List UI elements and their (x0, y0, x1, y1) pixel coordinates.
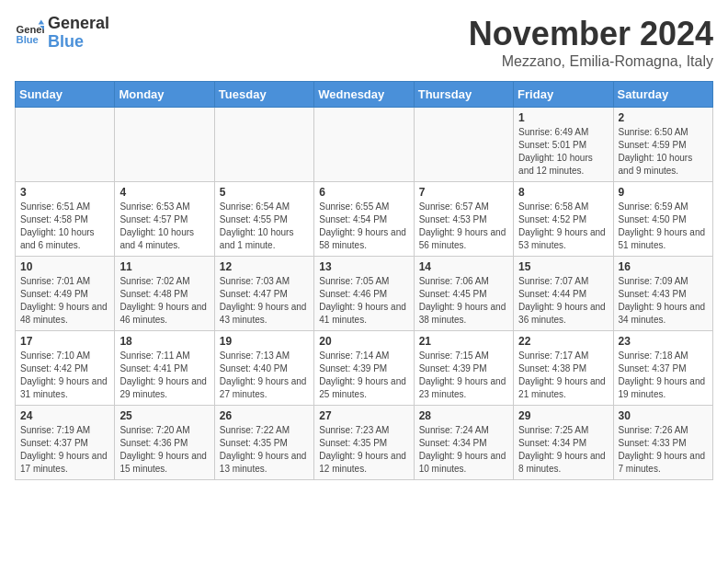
day-number: 5 (220, 186, 309, 199)
day-number: 16 (619, 260, 708, 273)
day-number: 4 (119, 186, 209, 199)
day-number: 29 (518, 409, 608, 422)
week-row-4: 17Sunrise: 7:10 AM Sunset: 4:42 PM Dayli… (16, 331, 713, 406)
header-sunday: Sunday (16, 82, 115, 108)
calendar-table: SundayMondayTuesdayWednesdayThursdayFrid… (15, 81, 713, 480)
calendar-cell: 23Sunrise: 7:18 AM Sunset: 4:37 PM Dayli… (613, 331, 712, 406)
day-info: Sunrise: 6:54 AM Sunset: 4:55 PM Dayligh… (220, 201, 309, 252)
calendar-cell: 11Sunrise: 7:02 AM Sunset: 4:48 PM Dayli… (115, 257, 214, 331)
day-info: Sunrise: 6:57 AM Sunset: 4:53 PM Dayligh… (419, 201, 508, 252)
day-info: Sunrise: 7:02 AM Sunset: 4:48 PM Dayligh… (119, 275, 209, 327)
day-number: 19 (220, 335, 309, 348)
day-info: Sunrise: 7:24 AM Sunset: 4:34 PM Dayligh… (419, 424, 508, 476)
day-info: Sunrise: 7:18 AM Sunset: 4:37 PM Dayligh… (619, 350, 708, 401)
calendar-cell (214, 108, 313, 182)
day-number: 14 (419, 260, 508, 273)
day-info: Sunrise: 6:55 AM Sunset: 4:54 PM Dayligh… (319, 201, 408, 252)
day-info: Sunrise: 6:58 AM Sunset: 4:52 PM Dayligh… (518, 201, 608, 252)
calendar-cell: 24Sunrise: 7:19 AM Sunset: 4:37 PM Dayli… (16, 406, 115, 480)
day-info: Sunrise: 7:03 AM Sunset: 4:47 PM Dayligh… (220, 275, 309, 327)
day-number: 28 (419, 409, 508, 422)
day-number: 25 (119, 409, 209, 422)
calendar-cell: 19Sunrise: 7:13 AM Sunset: 4:40 PM Dayli… (214, 331, 313, 406)
day-number: 7 (419, 186, 508, 199)
day-info: Sunrise: 6:53 AM Sunset: 4:57 PM Dayligh… (119, 201, 209, 252)
day-number: 2 (619, 111, 708, 124)
day-number: 15 (518, 260, 608, 273)
calendar-cell: 15Sunrise: 7:07 AM Sunset: 4:44 PM Dayli… (514, 257, 613, 331)
calendar-cell (115, 108, 214, 182)
day-info: Sunrise: 7:06 AM Sunset: 4:45 PM Dayligh… (419, 275, 508, 327)
calendar-cell: 25Sunrise: 7:20 AM Sunset: 4:36 PM Dayli… (115, 406, 214, 480)
calendar-cell: 26Sunrise: 7:22 AM Sunset: 4:35 PM Dayli… (214, 406, 313, 480)
day-number: 11 (119, 260, 209, 273)
day-number: 24 (20, 409, 109, 422)
calendar-cell: 12Sunrise: 7:03 AM Sunset: 4:47 PM Dayli… (214, 257, 313, 331)
day-number: 3 (20, 186, 109, 199)
header-saturday: Saturday (613, 82, 712, 108)
calendar-cell: 7Sunrise: 6:57 AM Sunset: 4:53 PM Daylig… (414, 182, 513, 257)
calendar-cell: 28Sunrise: 7:24 AM Sunset: 4:34 PM Dayli… (414, 406, 513, 480)
calendar-cell: 4Sunrise: 6:53 AM Sunset: 4:57 PM Daylig… (115, 182, 214, 257)
day-number: 10 (20, 260, 109, 273)
day-info: Sunrise: 7:14 AM Sunset: 4:39 PM Dayligh… (319, 350, 408, 401)
page-header: General Blue GeneralBlue November 2024 M… (15, 15, 713, 70)
day-number: 17 (20, 335, 109, 348)
calendar-cell: 29Sunrise: 7:25 AM Sunset: 4:34 PM Dayli… (514, 406, 613, 480)
day-info: Sunrise: 7:07 AM Sunset: 4:44 PM Dayligh… (518, 275, 608, 327)
day-info: Sunrise: 7:19 AM Sunset: 4:37 PM Dayligh… (20, 424, 109, 476)
header-wednesday: Wednesday (314, 82, 414, 108)
day-info: Sunrise: 7:26 AM Sunset: 4:33 PM Dayligh… (619, 424, 708, 476)
calendar-cell: 22Sunrise: 7:17 AM Sunset: 4:38 PM Dayli… (514, 331, 613, 406)
day-number: 23 (619, 335, 708, 348)
calendar-cell: 27Sunrise: 7:23 AM Sunset: 4:35 PM Dayli… (314, 406, 414, 480)
logo: General Blue GeneralBlue (15, 15, 109, 52)
week-row-5: 24Sunrise: 7:19 AM Sunset: 4:37 PM Dayli… (16, 406, 713, 480)
day-info: Sunrise: 6:49 AM Sunset: 5:01 PM Dayligh… (518, 126, 608, 178)
day-number: 6 (319, 186, 408, 199)
calendar-cell: 30Sunrise: 7:26 AM Sunset: 4:33 PM Dayli… (613, 406, 712, 480)
day-number: 9 (619, 186, 708, 199)
month-title: November 2024 (469, 15, 713, 53)
day-info: Sunrise: 7:10 AM Sunset: 4:42 PM Dayligh… (20, 350, 109, 401)
calendar-cell: 14Sunrise: 7:06 AM Sunset: 4:45 PM Dayli… (414, 257, 513, 331)
logo-text: GeneralBlue (48, 15, 109, 52)
calendar-cell: 1Sunrise: 6:49 AM Sunset: 5:01 PM Daylig… (514, 108, 613, 182)
header-friday: Friday (514, 82, 613, 108)
day-info: Sunrise: 6:59 AM Sunset: 4:50 PM Dayligh… (619, 201, 708, 252)
calendar-header-row: SundayMondayTuesdayWednesdayThursdayFrid… (16, 82, 713, 108)
calendar-cell (414, 108, 513, 182)
calendar-cell: 20Sunrise: 7:14 AM Sunset: 4:39 PM Dayli… (314, 331, 414, 406)
week-row-3: 10Sunrise: 7:01 AM Sunset: 4:49 PM Dayli… (16, 257, 713, 331)
calendar-cell: 16Sunrise: 7:09 AM Sunset: 4:43 PM Dayli… (613, 257, 712, 331)
calendar-cell: 3Sunrise: 6:51 AM Sunset: 4:58 PM Daylig… (16, 182, 115, 257)
day-info: Sunrise: 7:05 AM Sunset: 4:46 PM Dayligh… (319, 275, 408, 327)
svg-text:General: General (17, 24, 44, 35)
day-number: 20 (319, 335, 408, 348)
week-row-2: 3Sunrise: 6:51 AM Sunset: 4:58 PM Daylig… (16, 182, 713, 257)
day-info: Sunrise: 7:20 AM Sunset: 4:36 PM Dayligh… (119, 424, 209, 476)
calendar-cell: 8Sunrise: 6:58 AM Sunset: 4:52 PM Daylig… (514, 182, 613, 257)
calendar-cell: 10Sunrise: 7:01 AM Sunset: 4:49 PM Dayli… (16, 257, 115, 331)
day-number: 8 (518, 186, 608, 199)
day-number: 1 (518, 111, 608, 124)
day-number: 30 (619, 409, 708, 422)
logo-icon: General Blue (15, 18, 44, 48)
calendar-cell: 2Sunrise: 6:50 AM Sunset: 4:59 PM Daylig… (613, 108, 712, 182)
title-area: November 2024 Mezzano, Emilia-Romagna, I… (469, 15, 713, 70)
header-thursday: Thursday (414, 82, 513, 108)
header-monday: Monday (115, 82, 214, 108)
calendar-cell: 6Sunrise: 6:55 AM Sunset: 4:54 PM Daylig… (314, 182, 414, 257)
day-number: 22 (518, 335, 608, 348)
header-tuesday: Tuesday (214, 82, 313, 108)
day-info: Sunrise: 7:13 AM Sunset: 4:40 PM Dayligh… (220, 350, 309, 401)
day-info: Sunrise: 7:17 AM Sunset: 4:38 PM Dayligh… (518, 350, 608, 401)
svg-marker-2 (39, 19, 44, 24)
day-info: Sunrise: 6:50 AM Sunset: 4:59 PM Dayligh… (619, 126, 708, 178)
day-info: Sunrise: 6:51 AM Sunset: 4:58 PM Dayligh… (20, 201, 109, 252)
day-info: Sunrise: 7:15 AM Sunset: 4:39 PM Dayligh… (419, 350, 508, 401)
week-row-1: 1Sunrise: 6:49 AM Sunset: 5:01 PM Daylig… (16, 108, 713, 182)
day-number: 26 (220, 409, 309, 422)
calendar-cell: 9Sunrise: 6:59 AM Sunset: 4:50 PM Daylig… (613, 182, 712, 257)
location-subtitle: Mezzano, Emilia-Romagna, Italy (469, 53, 713, 70)
